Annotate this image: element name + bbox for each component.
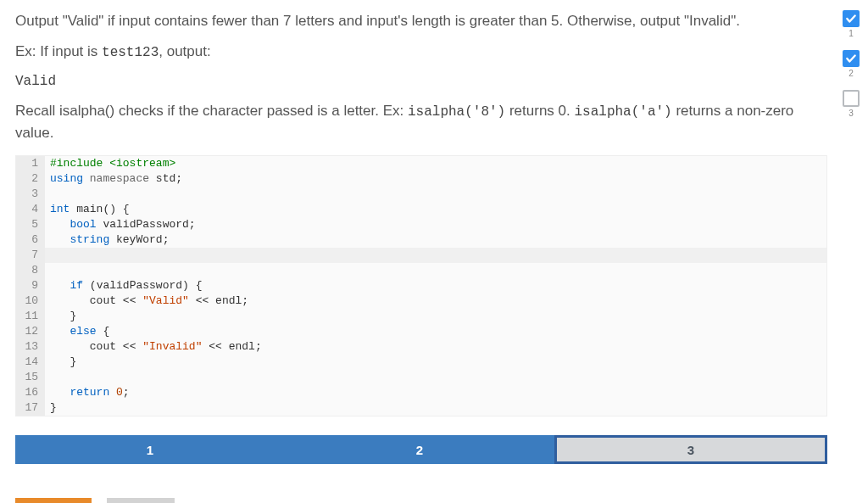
line-number: 15 xyxy=(16,370,45,385)
problem-recall: Recall isalpha() checks if the character… xyxy=(15,100,827,144)
check-icon xyxy=(843,10,860,27)
code-content[interactable]: cout << "Valid" << endl; xyxy=(45,293,826,309)
code-line[interactable]: 2using namespace std; xyxy=(16,171,826,187)
line-number: 5 xyxy=(16,217,45,232)
line-number: 14 xyxy=(16,355,45,370)
line-number: 3 xyxy=(16,187,45,202)
line-number: 8 xyxy=(16,263,45,278)
recall-code-2: isalpha('a') xyxy=(574,104,671,120)
bottom-buttons xyxy=(15,498,175,503)
step-tab-2[interactable]: 2 xyxy=(285,435,554,464)
progress-label: 3 xyxy=(849,109,854,118)
line-number: 10 xyxy=(16,293,45,309)
code-content[interactable]: int main() { xyxy=(45,202,826,217)
line-number: 9 xyxy=(16,278,45,293)
code-line[interactable]: 6 string keyWord; xyxy=(16,232,826,248)
progress-label: 2 xyxy=(849,69,854,78)
code-editor[interactable]: 1#include <iostream>2using namespace std… xyxy=(15,155,827,416)
line-number: 1 xyxy=(16,156,45,171)
code-content[interactable] xyxy=(45,370,826,385)
code-line[interactable]: 13 cout << "Invalid" << endl; xyxy=(16,339,826,355)
code-line[interactable]: 4int main() { xyxy=(16,202,826,217)
code-line[interactable]: 5 bool validPassword; xyxy=(16,217,826,232)
line-number: 13 xyxy=(16,339,45,355)
secondary-button[interactable] xyxy=(107,498,175,503)
line-number: 17 xyxy=(16,400,45,416)
code-line[interactable]: 17} xyxy=(16,400,826,416)
code-line[interactable]: 10 cout << "Valid" << endl; xyxy=(16,293,826,309)
code-content[interactable]: else { xyxy=(45,324,826,339)
step-tab-3[interactable]: 3 xyxy=(554,435,827,464)
progress-label: 1 xyxy=(849,29,854,38)
problem-statement: Output "Valid" if input contains fewer t… xyxy=(15,10,827,143)
line-number: 4 xyxy=(16,202,45,217)
progress-item-1[interactable]: 1 xyxy=(843,10,860,38)
unchecked-icon xyxy=(843,90,860,107)
example-output: Valid xyxy=(15,71,827,92)
code-content[interactable]: } xyxy=(45,309,826,324)
step-tab-1[interactable]: 1 xyxy=(15,435,285,464)
problem-line-1: Output "Valid" if input contains fewer t… xyxy=(15,10,827,32)
code-line[interactable]: 11 } xyxy=(16,309,826,324)
code-content[interactable] xyxy=(45,187,826,202)
line-number: 7 xyxy=(16,248,45,263)
code-line[interactable]: 16 return 0; xyxy=(16,385,826,400)
code-content[interactable]: bool validPassword; xyxy=(45,217,826,232)
code-line[interactable]: 8 xyxy=(16,263,826,278)
code-content[interactable]: cout << "Invalid" << endl; xyxy=(45,339,826,355)
code-content[interactable]: string keyWord; xyxy=(45,232,826,248)
code-line[interactable]: 9 if (validPassword) { xyxy=(16,278,826,293)
code-content[interactable]: } xyxy=(45,400,826,416)
code-line[interactable]: 12 else { xyxy=(16,324,826,339)
progress-item-3[interactable]: 3 xyxy=(843,90,860,118)
code-content[interactable] xyxy=(45,263,826,278)
progress-checklist: 123 xyxy=(843,10,860,118)
primary-button[interactable] xyxy=(15,498,92,503)
code-line[interactable]: 3 xyxy=(16,187,826,202)
recall-code-1: isalpha('8') xyxy=(408,104,505,120)
line-number: 16 xyxy=(16,385,45,400)
code-content[interactable]: return 0; xyxy=(45,385,826,400)
code-line[interactable]: 14 } xyxy=(16,355,826,370)
line-number: 6 xyxy=(16,232,45,248)
example-input-code: test123 xyxy=(102,45,159,60)
code-content[interactable] xyxy=(45,248,826,263)
progress-item-2[interactable]: 2 xyxy=(843,50,860,78)
code-line[interactable]: 15 xyxy=(16,370,826,385)
step-tabs: 123 xyxy=(15,435,827,464)
check-icon xyxy=(843,50,860,67)
code-content[interactable]: using namespace std; xyxy=(45,171,826,187)
code-content[interactable]: if (validPassword) { xyxy=(45,278,826,293)
line-number: 11 xyxy=(16,309,45,324)
line-number: 12 xyxy=(16,324,45,339)
problem-example-intro: Ex: If input is test123, output: xyxy=(15,41,827,63)
code-line[interactable]: 7 xyxy=(16,248,826,263)
code-content[interactable]: #include <iostream> xyxy=(45,156,826,171)
line-number: 2 xyxy=(16,171,45,187)
code-content[interactable]: } xyxy=(45,355,826,370)
code-line[interactable]: 1#include <iostream> xyxy=(16,156,826,171)
